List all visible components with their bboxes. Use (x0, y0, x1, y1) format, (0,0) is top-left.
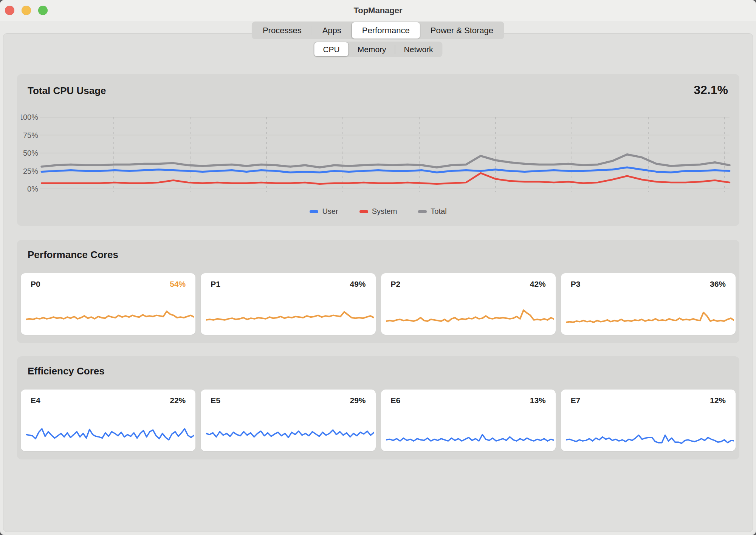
main-tab-bar: ProcessesAppsPerformancePower & Storage (252, 22, 504, 39)
series-line-user (42, 167, 730, 172)
core-label: E6 (391, 396, 401, 405)
core-label: E4 (31, 396, 40, 405)
core-sparkline (566, 413, 734, 447)
core-usage-value: 22% (170, 396, 186, 405)
sub-tab-bar: CPUMemoryNetwork (313, 42, 442, 57)
efficiency-cores-title: Efficiency Cores (28, 365, 105, 377)
core-usage-value: 42% (530, 280, 546, 289)
efficiency-cores-header: Efficiency Cores (28, 365, 728, 377)
subtab-network[interactable]: Network (395, 42, 442, 56)
titlebar: TopManager (0, 0, 756, 21)
core-card-e7: E712% (561, 390, 736, 451)
core-sparkline (566, 296, 734, 331)
core-usage-value: 13% (530, 396, 546, 405)
core-label: P2 (391, 280, 401, 289)
core-card-e6: E613% (381, 390, 556, 451)
core-sparkline (386, 413, 555, 447)
legend-item-system: System (359, 207, 397, 216)
efficiency-cores-cards: E422%E529%E613%E712% (21, 390, 736, 451)
core-label: P0 (31, 280, 40, 289)
core-usage-value: 12% (710, 396, 726, 405)
core-card-p1: P149% (201, 273, 375, 335)
legend-item-total: Total (418, 207, 446, 216)
legend-swatch-total (418, 210, 427, 213)
legend-label: System (372, 207, 397, 216)
performance-cores-panel: Performance Cores P054%P149%P242%P336% (17, 240, 739, 343)
total-cpu-panel: Total CPU Usage 32.1% 100%75%50%25%0% Us… (17, 74, 739, 226)
tab-apps[interactable]: Apps (312, 22, 352, 39)
core-sparkline (26, 296, 194, 331)
minimize-button[interactable] (22, 6, 31, 15)
core-card-e4: E422% (21, 390, 195, 451)
core-label: P3 (571, 280, 581, 289)
core-card-p3: P336% (561, 273, 736, 335)
y-axis-tick-label: 0% (27, 185, 38, 193)
legend-swatch-system (359, 210, 368, 213)
core-card-p2: P242% (381, 273, 556, 335)
core-card-e5: E529% (201, 390, 375, 451)
core-label: E5 (211, 396, 220, 405)
y-axis-tick-label: 75% (23, 131, 38, 139)
traffic-lights (5, 6, 48, 15)
total-cpu-chart: 100%75%50%25%0% (21, 112, 735, 197)
window-title: TopManager (0, 0, 756, 21)
zoom-button[interactable] (38, 6, 48, 15)
tab-performance[interactable]: Performance (352, 22, 420, 39)
y-axis-tick-label: 50% (23, 149, 38, 157)
subtab-memory[interactable]: Memory (349, 42, 395, 56)
core-sparkline (206, 296, 374, 331)
legend-swatch-user (310, 210, 318, 213)
subtab-cpu[interactable]: CPU (314, 42, 348, 56)
total-cpu-title: Total CPU Usage (28, 85, 106, 97)
series-line-system (42, 173, 730, 184)
performance-cores-cards: P054%P149%P242%P336% (21, 273, 736, 335)
performance-cores-title: Performance Cores (28, 249, 118, 261)
total-cpu-value: 32.1% (694, 83, 728, 97)
tab-power-storage[interactable]: Power & Storage (420, 22, 503, 39)
core-card-p0: P054% (21, 273, 195, 335)
total-cpu-header: Total CPU Usage 32.1% (28, 83, 728, 97)
tab-processes[interactable]: Processes (253, 22, 312, 39)
efficiency-cores-panel: Efficiency Cores E422%E529%E613%E712% (17, 356, 739, 459)
core-sparkline (386, 296, 555, 331)
series-line-total (42, 155, 730, 167)
y-axis-tick-label: 25% (23, 167, 38, 175)
performance-cores-header: Performance Cores (28, 249, 728, 261)
core-usage-value: 49% (350, 280, 366, 289)
chart-legend: UserSystemTotal (17, 207, 739, 216)
core-sparkline (206, 413, 374, 447)
core-sparkline (26, 413, 194, 447)
core-usage-value: 29% (350, 396, 366, 405)
close-button[interactable] (5, 6, 14, 15)
core-usage-value: 54% (170, 280, 186, 289)
core-label: E7 (571, 396, 581, 405)
y-axis-tick-label: 100% (21, 113, 38, 121)
legend-item-user: User (310, 207, 338, 216)
core-label: P1 (211, 280, 220, 289)
app-window: TopManager ProcessesAppsPerformancePower… (0, 0, 756, 535)
legend-label: Total (431, 207, 446, 216)
legend-label: User (322, 207, 338, 216)
core-usage-value: 36% (710, 280, 726, 289)
